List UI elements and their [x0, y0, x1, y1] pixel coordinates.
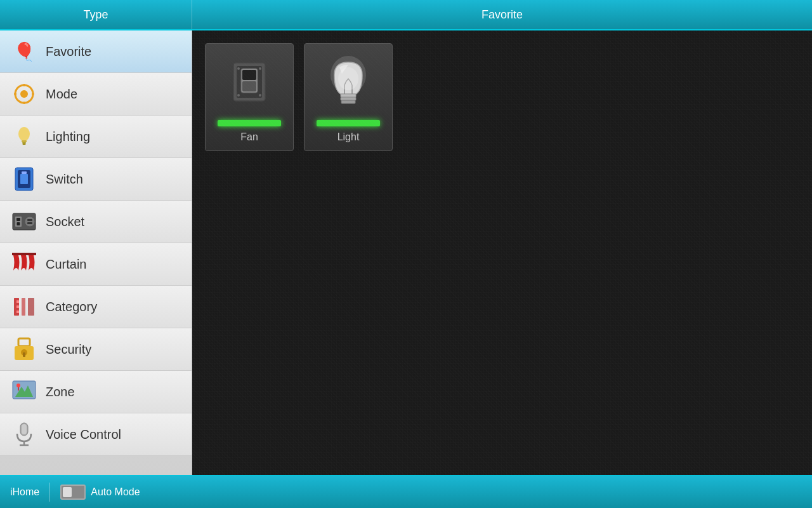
auto-mode-toggle[interactable]: Auto Mode — [60, 485, 140, 500]
svg-point-35 — [16, 384, 20, 387]
light-device-card[interactable]: Light — [304, 43, 393, 151]
svg-rect-19 — [27, 219, 32, 221]
fan-icon-area — [206, 44, 293, 120]
main-content: 🎈 Favorite Mode — [0, 30, 812, 475]
fan-device-card[interactable]: Fan — [205, 43, 294, 151]
light-icon-area — [304, 44, 392, 120]
svg-rect-17 — [17, 222, 20, 225]
svg-rect-45 — [242, 81, 256, 91]
light-status-bar — [317, 120, 380, 126]
bottom-divider — [49, 483, 50, 502]
svg-point-49 — [259, 94, 261, 97]
type-label: Type — [83, 8, 108, 22]
header-favorite: Favorite — [192, 0, 812, 29]
svg-rect-23 — [16, 300, 19, 303]
svg-rect-24 — [16, 305, 19, 308]
sidebar-item-security[interactable]: Security — [0, 328, 192, 371]
svg-rect-9 — [23, 144, 26, 145]
svg-rect-8 — [22, 142, 26, 144]
sidebar-label-switch: Switch — [46, 172, 83, 187]
zone-icon — [10, 378, 38, 406]
header: Type Favorite — [0, 0, 812, 30]
svg-rect-16 — [16, 218, 20, 221]
sidebar-label-favorite: Favorite — [46, 44, 91, 59]
svg-rect-51 — [341, 94, 356, 97]
svg-point-18 — [25, 217, 35, 227]
sidebar-label-socket: Socket — [46, 215, 84, 229]
category-icon — [10, 293, 38, 321]
sidebar-item-curtain[interactable]: Curtain — [0, 243, 192, 286]
svg-point-47 — [259, 67, 261, 70]
content-area: Fan — [192, 30, 812, 475]
svg-point-48 — [237, 94, 240, 97]
sidebar-item-favorite[interactable]: 🎈 Favorite — [0, 30, 192, 73]
svg-rect-13 — [22, 171, 27, 174]
svg-rect-7 — [22, 140, 27, 142]
sidebar-label-mode: Mode — [46, 87, 77, 102]
lighting-icon — [10, 123, 38, 150]
sidebar: 🎈 Favorite Mode — [0, 30, 192, 475]
bulb-icon — [323, 53, 374, 110]
fan-status-bar — [218, 120, 281, 126]
sidebar-label-voice-control: Voice Control — [46, 427, 121, 442]
security-icon — [10, 335, 38, 363]
auto-mode-switch[interactable] — [60, 485, 86, 500]
svg-rect-26 — [22, 298, 25, 316]
sidebar-item-zone[interactable]: Zone — [0, 371, 192, 413]
sidebar-item-lighting[interactable]: Lighting — [0, 116, 192, 158]
socket-icon — [10, 208, 38, 236]
toggle-knob — [63, 487, 72, 497]
favorite-label: Favorite — [481, 8, 523, 22]
sidebar-label-category: Category — [46, 300, 97, 314]
sidebar-item-voice-control[interactable]: Voice Control — [0, 413, 192, 456]
svg-rect-44 — [242, 70, 256, 80]
sidebar-label-zone: Zone — [46, 385, 75, 399]
svg-point-6 — [18, 127, 30, 141]
switch-icon — [10, 165, 38, 193]
svg-point-46 — [237, 67, 240, 70]
sidebar-label-curtain: Curtain — [46, 257, 86, 272]
header-type: Type — [0, 0, 192, 29]
sidebar-item-socket[interactable]: Socket — [0, 201, 192, 243]
fan-name: Fan — [240, 131, 258, 143]
svg-point-1 — [20, 90, 28, 98]
fan-icon — [221, 53, 278, 110]
svg-rect-38 — [22, 424, 27, 434]
svg-point-56 — [338, 67, 358, 90]
svg-rect-53 — [341, 100, 355, 104]
bottom-bar: iHome Auto Mode — [0, 475, 812, 508]
sidebar-label-lighting: Lighting — [46, 130, 90, 144]
sidebar-label-security: Security — [46, 342, 91, 357]
mode-icon — [10, 80, 38, 108]
svg-rect-31 — [23, 352, 25, 357]
ihome-label: iHome — [10, 486, 39, 498]
auto-mode-label: Auto Mode — [91, 486, 140, 498]
svg-rect-20 — [27, 222, 32, 224]
curtain-icon — [10, 250, 38, 278]
svg-rect-28 — [18, 338, 30, 346]
svg-rect-12 — [20, 174, 28, 184]
voice-control-icon — [10, 420, 38, 448]
svg-rect-27 — [28, 298, 34, 316]
light-name: Light — [337, 131, 360, 143]
sidebar-item-mode[interactable]: Mode — [0, 73, 192, 116]
sidebar-item-category[interactable]: Category — [0, 286, 192, 328]
svg-rect-25 — [16, 311, 19, 313]
favorite-icon: 🎈 — [10, 37, 38, 65]
sidebar-item-switch[interactable]: Switch — [0, 158, 192, 201]
svg-rect-21 — [12, 253, 36, 255]
svg-rect-52 — [341, 97, 356, 100]
